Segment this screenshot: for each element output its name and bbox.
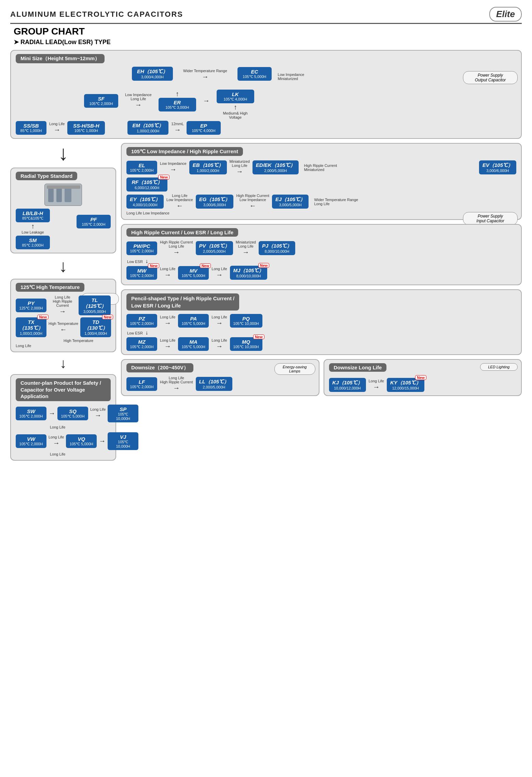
header-bar: ALUMINUM ELECTROLYTIC CAPACITORS Elite (10, 7, 522, 24)
left-col: ↓ Radial Type Standard (10, 143, 116, 461)
cap-btn-PZ[interactable]: PZ 105℃ 2,000H (126, 314, 157, 328)
radial-label: RADIAL LEAD(Low ESR) TYPE (14, 38, 522, 46)
cap-btn-PV[interactable]: PV（105℃） 2,000/5,000H (196, 241, 233, 255)
section-downsize-title: Downsize（200~450V） (126, 363, 193, 372)
mini-size-section: Mini Size（Height 5mm~12mm） EH（105℃） 3,00… (10, 50, 522, 139)
arrow-down-1: ↓ (10, 143, 116, 163)
cap-btn-PA[interactable]: PA 105℃ 5,000H (178, 314, 209, 328)
cap-btn-MJ[interactable]: New MJ（105℃） 8,000/10,000H (230, 266, 268, 280)
cap-btn-MQ[interactable]: New MQ 105℃ 10,000H (230, 337, 262, 351)
cap-btn-MA[interactable]: MA 105℃ 5,000H (178, 337, 209, 351)
cap-btn-PQ[interactable]: PQ 105℃ 10,000H (230, 314, 262, 328)
cap-btn-EM[interactable]: EM（105℃） 1,000/2,000H (127, 121, 168, 135)
cap-btn-MW[interactable]: New MW 105℃ 2,000H (126, 266, 157, 280)
section-pencil: Pencil-shaped Type / High Ripple Current… (121, 289, 522, 355)
cap-btn-MZ[interactable]: MZ 105℃ 2,000H (126, 337, 157, 351)
cap-btn-SSSB[interactable]: SS/SB 85℃ 1,000H (16, 121, 46, 135)
arrow-down-3: ↓ (10, 356, 116, 370)
cap-btn-EV[interactable]: EV（105℃） 3,000/6,000H (479, 160, 516, 174)
cap-btn-LBLBH[interactable]: LB/LB-H 85℃&105℃ (16, 209, 50, 222)
cap-btn-SW[interactable]: SW 105℃ 2,000H (16, 407, 46, 420)
cap-btn-EG[interactable]: EG（105℃） 3,000/6,000H (196, 195, 234, 209)
radial-standard-title: Radial Type Standard (16, 172, 77, 180)
logo: Elite (489, 7, 522, 22)
cap-btn-EC[interactable]: EC 105℃ 5,000H (237, 67, 272, 81)
cap-btn-TX[interactable]: New TX（135℃） 1,000/2,000H (16, 317, 46, 337)
section-125-title: 125℃ High Temperature (16, 283, 84, 292)
cap-btn-LL[interactable]: LL（105℃） 2,000/5,000H (196, 377, 232, 391)
callout-power-supply-output: Power Supply Output Capacitor (463, 71, 518, 84)
cap-btn-EH[interactable]: EH（105℃） 3,000/4,000H (132, 67, 173, 81)
mini-size-title: Mini Size（Height 5mm~12mm） (16, 54, 105, 63)
cap-btn-EP[interactable]: EP 105℃ 4,000H (187, 121, 221, 135)
section-highripple-title: High Ripple Current / Low ESR / Long Lif… (126, 228, 238, 237)
cap-btn-VQ[interactable]: VQ 105℃ 5,000H (66, 434, 97, 448)
callout-energy-saving: Energy-saving Lamps (274, 363, 315, 375)
cap-btn-EDEK[interactable]: ED/EK（105℃） 2,000/5,000H (253, 160, 299, 174)
cap-btn-SM[interactable]: SM 85℃ 2,000H (16, 236, 50, 249)
cap-btn-RF[interactable]: New RF（105℃） 6,000/12,000H (126, 177, 167, 192)
cap-btn-TD[interactable]: New TD（130℃） 1,000/4,000H (80, 317, 111, 337)
cap-btn-LF[interactable]: LF 105℃ 2,000H (126, 377, 157, 391)
section-pencil-title: Pencil-shaped Type / High Ripple Current… (126, 293, 239, 311)
cap-btn-LK[interactable]: LK 105℃ 4,000H (217, 90, 254, 103)
cap-btn-PY[interactable]: PY 125℃ 2,000H (16, 299, 46, 312)
callout-led-lighting: LED Lighting (480, 363, 518, 371)
callout-power-supply-input: Power Supply Input Capacitor (463, 212, 518, 225)
cap-btn-EY[interactable]: EY（105℃） 4,000/10,000H (126, 195, 164, 209)
section-105: 105℃ Low Impedance / High Ripple Current… (121, 143, 522, 220)
cap-btn-SQ[interactable]: SQ 105℃ 5,000H (57, 407, 88, 420)
cap-btn-SSHSBH[interactable]: SS-H/SB-H 105℃ 1,000H (67, 121, 105, 135)
cap-btn-SF[interactable]: SF 105℃ 2,000H (84, 94, 118, 108)
section-downsize: Downsize（200~450V） Energy-saving Lamps L… (121, 359, 319, 396)
section-downsize-ll-title: Downsize Long Life (329, 363, 387, 372)
cap-btn-KY[interactable]: New KY（105℃） 12,000/15,000H (387, 378, 424, 392)
section-125: 125℃ High Temperature Automotive Applica… (10, 279, 116, 352)
section-highripple: High Ripple Current / Low ESR / Long Lif… (121, 224, 522, 285)
main-layout: ↓ Radial Type Standard (10, 143, 522, 461)
group-chart-title: GROUP CHART (14, 26, 522, 37)
cap-btn-EL[interactable]: EL 105℃ 2,000H (126, 161, 157, 174)
section-downsize-ll: Downsize Long Life LED Lighting KJ（105℃）… (324, 359, 522, 396)
cap-btn-VJ[interactable]: VJ 105℃ 10,000H (108, 432, 138, 450)
radial-standard-section: Radial Type Standard LB/LB-H (10, 168, 116, 253)
section-105-title: 105℃ Low Impedance / High Ripple Current (126, 147, 243, 156)
cap-btn-PF[interactable]: PF 105℃ 2,000H (77, 215, 111, 228)
cap-btn-EB[interactable]: EB（105℃） 1,000/2,000H (189, 160, 227, 174)
cap-btn-PWPC[interactable]: PW/PC 105℃ 2,000H (126, 241, 157, 255)
right-col: 105℃ Low Impedance / High Ripple Current… (121, 143, 522, 461)
cap-btn-VW[interactable]: VW 105℃ 2,000H (16, 434, 46, 448)
arrow-down-2: ↓ (10, 258, 116, 275)
section-counter-title: Counter-plan Product for Safety / Capaci… (16, 378, 111, 401)
cap-btn-EJ[interactable]: EJ（105℃） 3,000/5,000H (272, 195, 309, 209)
cap-btn-MV[interactable]: New MV 105℃ 5,000H (178, 266, 209, 280)
bottom-right-sections: Downsize（200~450V） Energy-saving Lamps L… (121, 359, 522, 396)
cap-btn-PJ[interactable]: PJ（105℃） 8,000/10,000H (259, 241, 295, 255)
header-title: ALUMINUM ELECTROLYTIC CAPACITORS (10, 10, 183, 19)
cap-btn-SP[interactable]: SP 105℃ 10,000H (108, 405, 138, 422)
page: ALUMINUM ELECTROLYTIC CAPACITORS Elite G… (10, 7, 522, 461)
section-counter: Counter-plan Product for Safety / Capaci… (10, 374, 116, 461)
cap-btn-TL[interactable]: TL（125℃） 3,000/5,000H (79, 295, 111, 315)
cap-image (44, 184, 82, 206)
cap-btn-KJ[interactable]: KJ（105℃） 10,000/12,000H (329, 378, 366, 392)
cap-btn-ER[interactable]: ER 105℃ 3,000H (159, 98, 196, 111)
